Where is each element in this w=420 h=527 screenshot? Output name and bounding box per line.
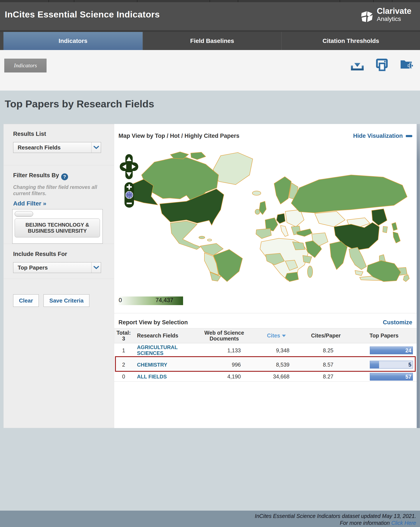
brand-name: Clarivate	[377, 7, 411, 15]
cites-per-paper-cell: 8.25	[300, 347, 352, 354]
column-research-fields[interactable]: Research Fields	[133, 333, 196, 339]
docs-cell: 996	[196, 362, 252, 368]
map-region-north-america[interactable]	[129, 152, 253, 250]
table-row: 0 ALL FIELDS 4,190 34,668 8.27 57	[114, 372, 417, 382]
primary-tab-bar: Indicators Field Baselines Citation Thre…	[0, 30, 420, 50]
add-filter-link[interactable]: Add Filter »	[13, 200, 105, 207]
app-header: InCites Essential Science Indicators Cla…	[0, 2, 420, 30]
esi-application: InCites Essential Science Indicators Cla…	[0, 0, 420, 527]
section-divider	[114, 313, 417, 313]
column-cites-sorted[interactable]: Cites	[252, 333, 300, 339]
table-row-highlighted: 2 CHEMISTRY 996 8,539 8.57 5	[114, 358, 417, 372]
rank-cell: 1	[114, 347, 133, 354]
cites-cell: 8,539	[252, 362, 300, 368]
include-results-heading: Include Results For	[13, 251, 105, 257]
brand-sub: Analytics	[377, 16, 411, 22]
clarivate-logo: Clarivate Analytics	[360, 7, 411, 24]
map-region-africa[interactable]	[260, 238, 313, 282]
include-results-dropdown[interactable]: Top Papers	[13, 262, 101, 273]
dataset-updated-note: InCites Essential Science Indicators dat…	[0, 513, 416, 520]
save-criteria-button[interactable]: Save Criteria	[43, 294, 89, 307]
include-results-section: Include Results For Top Papers	[4, 244, 114, 279]
scale-min-label: 0	[119, 297, 122, 304]
breadcrumb-indicators-button[interactable]: Indicators	[4, 59, 47, 72]
app-title: InCites Essential Science Indicators	[5, 10, 160, 20]
world-map-choropleth[interactable]	[116, 148, 415, 284]
results-list-dropdown[interactable]: Research Fields	[13, 142, 101, 153]
vertical-scrollbar[interactable]	[417, 124, 420, 428]
column-wos-documents[interactable]: Web of Science Documents	[196, 330, 252, 342]
field-link[interactable]: ALL FIELDS	[137, 374, 167, 380]
help-icon[interactable]: ?	[61, 173, 68, 180]
browser-chrome-edge	[0, 0, 420, 2]
filter-pill[interactable]	[15, 211, 33, 217]
report-view-title: Report View by Selection	[118, 319, 383, 326]
filter-note: Changing the filter field removes all cu…	[13, 184, 99, 197]
table-header-row: Total: 3 Research Fields Web of Science …	[114, 328, 417, 343]
toolbar: Indicators	[0, 50, 420, 91]
tab-indicators[interactable]: Indicators	[3, 32, 143, 50]
click-here-link[interactable]: Click Here	[391, 520, 416, 526]
chevron-down-icon	[91, 142, 101, 153]
filter-results-section: Filter Results By? Changing the filter f…	[4, 165, 114, 244]
map-view-title: Map View by Top / Hot / Highly Cited Pap…	[118, 133, 353, 139]
hide-visualization-link[interactable]: Hide Visualization	[353, 133, 412, 139]
page-footer: InCites Essential Science Indicators dat…	[0, 511, 420, 527]
results-list-section: Results List Research Fields	[4, 124, 114, 165]
scrollbar-thumb[interactable]	[417, 124, 420, 428]
tab-field-baselines[interactable]: Field Baselines	[143, 32, 281, 50]
filter-results-heading: Filter Results By	[13, 172, 59, 178]
column-top-papers[interactable]: Top Papers	[352, 333, 417, 339]
rank-cell: 0	[114, 373, 133, 380]
clarivate-mark-icon	[360, 10, 374, 24]
main-panel: Map View by Top / Hot / Highly Cited Pap…	[114, 124, 417, 428]
map-pan-zoom-controls[interactable]	[120, 154, 139, 208]
clear-button[interactable]: Clear	[13, 294, 39, 307]
page-title-band: Top Papers by Research Fields	[0, 91, 420, 124]
criteria-buttons-section: Clear Save Criteria	[4, 279, 114, 312]
customize-link[interactable]: Customize	[383, 319, 412, 326]
docs-cell: 1,133	[196, 347, 252, 354]
collapse-minus-icon	[406, 135, 412, 137]
report-table: Total: 3 Research Fields Web of Science …	[114, 328, 417, 382]
folder-add-icon[interactable]	[399, 57, 414, 72]
table-row: 1 AGRICULTURAL SCIENCES 1,133 9,348 8.25…	[114, 343, 417, 358]
top-papers-bar: 57	[370, 373, 413, 381]
page-title: Top Papers by Research Fields	[5, 98, 154, 110]
top-papers-bar: 24	[370, 347, 413, 354]
more-info-note: For more information Click Here	[0, 520, 416, 527]
tab-citation-thresholds[interactable]: Citation Thresholds	[281, 32, 420, 50]
download-icon[interactable]	[350, 57, 364, 72]
scale-max-label: 74,437	[156, 297, 173, 304]
active-filters-box: BEIJING TECHNOLOGY & BUSINESS UNIVERSITY	[12, 209, 103, 244]
field-link[interactable]: AGRICULTURAL SCIENCES	[137, 345, 196, 356]
sort-desc-icon	[282, 335, 286, 337]
rank-cell: 2	[114, 362, 133, 368]
active-filter-chip[interactable]: BEIJING TECHNOLOGY & BUSINESS UNIVERSITY	[15, 219, 100, 237]
column-cites-per-paper[interactable]: Cites/Paper	[300, 333, 352, 339]
print-icon[interactable]	[375, 57, 389, 72]
filters-sidebar: Results List Research Fields Filter Resu…	[3, 124, 114, 428]
cites-cell: 34,668	[252, 373, 300, 380]
top-papers-bar: 5	[370, 361, 413, 369]
cites-per-paper-cell: 8.27	[300, 373, 352, 380]
map-region-south-america[interactable]	[200, 243, 242, 282]
total-header: Total: 3	[114, 330, 133, 342]
docs-cell: 4,190	[196, 373, 252, 380]
cites-per-paper-cell: 8.57	[300, 362, 352, 368]
chevron-down-icon	[91, 263, 101, 273]
results-list-heading: Results List	[13, 131, 105, 137]
map-color-scale: 0 74,437	[117, 296, 183, 305]
field-link[interactable]: CHEMISTRY	[137, 362, 167, 368]
cites-cell: 9,348	[252, 347, 300, 354]
